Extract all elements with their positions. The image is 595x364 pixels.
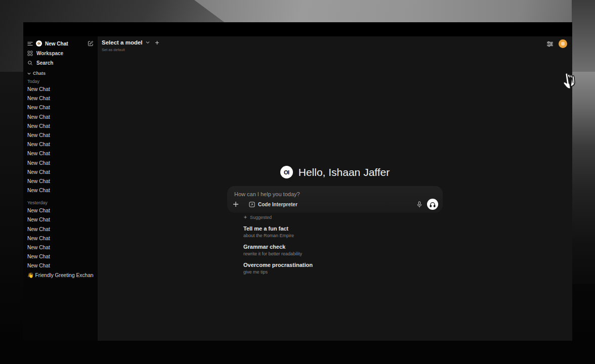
model-chevron-down-icon [146, 41, 150, 44]
message-composer[interactable]: Code Interpreter [227, 186, 443, 213]
wallpaper-top-right [572, 0, 595, 72]
workspace-label: Workspace [36, 51, 63, 56]
model-selector-label[interactable]: Select a model [102, 39, 143, 46]
chat-list: TodayNew ChatNew ChatNew ChatNew ChatNew… [27, 78, 94, 280]
attach-plus-icon[interactable] [233, 201, 239, 207]
sidebar-item-search[interactable]: Search [27, 58, 94, 68]
hero-greeting-row: OI Hello, Ishaan Jaffer [98, 166, 572, 178]
suggested-header: Suggested [243, 214, 395, 220]
user-avatar[interactable] [559, 39, 567, 48]
desktop: OI New Chat Workspace Searc [0, 0, 595, 364]
chats-section-label: Chats [33, 71, 46, 76]
avatar-glyph [561, 42, 565, 46]
message-input[interactable] [234, 189, 436, 199]
add-model-icon[interactable] [155, 40, 159, 45]
app-window: OI New Chat Workspace Searc [23, 22, 572, 341]
chat-list-item[interactable]: New Chat [27, 243, 94, 252]
chats-section-header[interactable]: Chats [27, 70, 94, 77]
header-actions [546, 39, 567, 48]
sidebar-header: OI New Chat [27, 38, 94, 49]
suggested-prompt-subtitle: about the Roman Empire [243, 233, 395, 239]
app-body: OI New Chat Workspace Searc [23, 36, 572, 341]
chat-list-item[interactable]: New Chat [27, 113, 94, 122]
chat-list-item[interactable]: 👋 Friendly Greeting Exchange [27, 271, 94, 280]
wallpaper-right-band [572, 72, 595, 284]
sidebar-toggle-icon[interactable] [27, 41, 33, 46]
code-interpreter-icon [249, 202, 255, 207]
chat-list-item[interactable]: New Chat [27, 186, 94, 195]
chat-group-label: Today [27, 78, 94, 85]
chat-list-item[interactable]: New Chat [27, 159, 94, 168]
microphone-icon[interactable] [417, 201, 422, 208]
suggested-prompt-title: Overcome procrastination [243, 262, 395, 268]
chat-list-item[interactable]: New Chat [27, 122, 94, 131]
composer-toolbar: Code Interpreter [233, 199, 438, 210]
wallpaper-left-band [0, 72, 23, 341]
sidebar: OI New Chat Workspace Searc [23, 36, 98, 341]
chat-list-item[interactable]: New Chat [27, 131, 94, 140]
suggested-prompt-subtitle: give me tips [243, 269, 395, 275]
workspace-grid-icon [27, 51, 33, 56]
chat-list-item[interactable]: New Chat [27, 149, 94, 158]
suggested-prompt[interactable]: Tell me a fun factabout the Roman Empire [243, 225, 395, 239]
model-selector-block: Select a model Set as default [102, 39, 159, 52]
search-label: Search [36, 60, 53, 66]
suggested-prompt-subtitle: rewrite it for better readability [243, 251, 395, 257]
suggested-prompt-title: Grammar check [243, 244, 395, 250]
chat-list-item[interactable]: New Chat [27, 215, 94, 224]
chat-list-item[interactable]: New Chat [27, 94, 94, 103]
voice-call-button[interactable] [427, 199, 438, 210]
chat-list-item[interactable]: New Chat [27, 206, 94, 215]
app-logo-icon-large: OI [280, 166, 293, 178]
sidebar-current-chat-title: New Chat [45, 41, 84, 47]
sidebar-item-workspace[interactable]: Workspace [27, 49, 94, 58]
suggested-prompt[interactable]: Overcome procrastinationgive me tips [243, 262, 395, 275]
chevron-down-icon [27, 72, 31, 75]
chat-list-item[interactable]: New Chat [27, 177, 94, 186]
greeting-text: Hello, Ishaan Jaffer [299, 166, 390, 178]
code-interpreter-label: Code Interpreter [258, 202, 298, 207]
suggested-prompt[interactable]: Grammar checkrewrite it for better reada… [243, 244, 395, 257]
suggested-prompt-title: Tell me a fun fact [243, 225, 395, 232]
window-titlebar [23, 22, 572, 36]
main-pane: Select a model Set as default [98, 36, 572, 341]
wallpaper-bottom-band [0, 341, 595, 364]
model-selector[interactable]: Select a model [102, 39, 159, 46]
chat-list-item[interactable]: New Chat [27, 103, 94, 112]
chat-list-item[interactable]: New Chat [27, 252, 94, 261]
main-header: Select a model Set as default [98, 39, 572, 52]
chat-list-item[interactable]: New Chat [27, 140, 94, 149]
suggested-label: Suggested [250, 215, 272, 220]
set-as-default-link[interactable]: Set as default [102, 48, 159, 52]
suggested-list: Tell me a fun factabout the Roman Empire… [243, 225, 395, 275]
chat-list-item[interactable]: New Chat [27, 225, 94, 234]
chat-group-label: Yesterday [27, 199, 94, 206]
chat-list-item[interactable]: New Chat [27, 261, 94, 270]
chat-list-item[interactable]: New Chat [27, 85, 94, 94]
app-logo-icon: OI [36, 40, 42, 47]
new-chat-icon[interactable] [88, 40, 94, 47]
code-interpreter-toggle[interactable]: Code Interpreter [249, 202, 298, 207]
controls-sliders-icon[interactable] [546, 41, 554, 47]
suggested-section: Suggested Tell me a fun factabout the Ro… [243, 214, 395, 275]
chat-list-item[interactable]: New Chat [27, 168, 94, 177]
search-icon [27, 60, 33, 66]
sparkle-icon [243, 215, 247, 220]
chat-list-item[interactable]: New Chat [27, 234, 94, 243]
